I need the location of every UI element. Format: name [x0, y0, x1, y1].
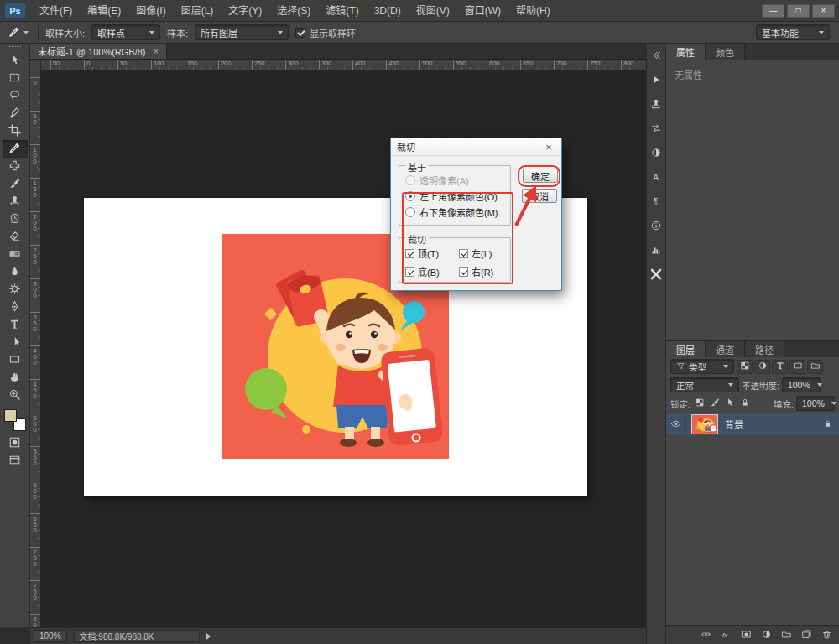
horizontal-ruler[interactable]: 50 0 50 100 150 200 250 300 350 [41, 60, 646, 70]
trim-side-checkbox[interactable]: 右(R) [459, 265, 509, 278]
opacity-field[interactable]: 100% [782, 377, 821, 392]
filter-smart-icon[interactable] [807, 360, 823, 374]
new-group-icon[interactable] [777, 628, 795, 643]
show-sampling-ring-checkbox[interactable]: 显示取样环 [295, 26, 356, 39]
lock-transparent-icon[interactable] [693, 397, 707, 410]
menu-item[interactable]: 图像(I) [128, 0, 173, 22]
lock-all-icon[interactable] [738, 397, 753, 410]
zoom-tool[interactable] [3, 387, 28, 404]
histogram-panel-icon[interactable] [648, 242, 664, 259]
shape-tool[interactable] [3, 351, 28, 369]
trim-side-checkbox[interactable]: 底(B) [405, 265, 459, 278]
menu-item[interactable]: 选择(S) [269, 0, 318, 22]
quick-mask-tool[interactable] [3, 434, 28, 452]
maximize-button[interactable]: □ [787, 4, 810, 18]
status-menu-arrow-icon[interactable] [206, 633, 211, 640]
brush-tool[interactable] [3, 175, 28, 193]
sample-size-select[interactable]: 取样点 [91, 24, 160, 40]
menu-item[interactable]: 图层(L) [174, 0, 221, 22]
based-on-radio-option[interactable]: 右下角像素颜色(M) [399, 205, 510, 220]
minimize-button[interactable]: — [762, 4, 784, 18]
info-panel-icon[interactable] [648, 218, 664, 235]
menu-item[interactable]: 文件(F) [32, 0, 80, 22]
filter-type-icon[interactable] [772, 360, 788, 374]
panel-tab[interactable]: 图层 [666, 341, 706, 357]
actions-panel-icon[interactable] [648, 72, 664, 89]
vertical-ruler[interactable]: 0 50 100 150 200 250 300 350 400 [30, 70, 41, 627]
based-on-radio-option[interactable]: 透明像素(A) [399, 173, 510, 188]
zoom-level-field[interactable]: 100% [34, 630, 67, 642]
layer-filter-select[interactable]: 类型 [670, 359, 734, 374]
filter-adjustment-icon[interactable] [754, 360, 770, 374]
document-tab[interactable]: 未标题-1 @ 100%(RGB/8) × [30, 44, 167, 59]
path-select-tool[interactable] [3, 334, 28, 351]
adjustment-layer-icon[interactable] [757, 628, 775, 643]
adjustments-panel-icon[interactable] [648, 145, 664, 162]
trim-side-checkbox[interactable]: 左(L) [459, 247, 509, 260]
lock-position-icon[interactable] [723, 397, 737, 410]
history-brush-tool[interactable] [3, 210, 28, 228]
layer-style-icon[interactable]: fx [717, 628, 735, 643]
add-mask-icon[interactable] [737, 628, 755, 643]
filter-pixel-icon[interactable] [737, 360, 753, 374]
close-tool-icon[interactable] [648, 267, 664, 283]
lasso-tool[interactable] [3, 87, 28, 105]
panel-tab[interactable]: 颜色 [706, 44, 745, 60]
marquee-tool[interactable] [3, 70, 28, 87]
character-panel-icon[interactable]: A [648, 169, 664, 186]
panel-tab[interactable]: 路径 [745, 341, 784, 357]
new-layer-icon[interactable] [797, 628, 816, 643]
delete-layer-icon[interactable] [817, 628, 836, 643]
panel-tab[interactable]: 通道 [706, 341, 745, 357]
layer-name[interactable]: 背景 [725, 418, 743, 431]
foreground-color-swatch[interactable] [4, 409, 17, 422]
trim-dialog-titlebar[interactable]: 裁切 × [391, 138, 561, 156]
quick-select-tool[interactable] [3, 105, 28, 122]
paragraph-panel-icon[interactable]: ¶ [648, 194, 664, 210]
based-on-radio-option[interactable]: 左上角像素颜色(O) [399, 189, 510, 204]
blend-mode-select[interactable]: 正常 [670, 377, 739, 392]
layer-row[interactable]: 背景 [666, 413, 839, 435]
menu-item[interactable]: 编辑(E) [80, 0, 128, 22]
healing-tool[interactable] [3, 158, 28, 175]
dodge-tool[interactable] [3, 281, 28, 299]
sample-layers-select[interactable]: 所有图层 [195, 24, 289, 40]
link-layers-icon[interactable] [696, 628, 715, 643]
lock-pixels-icon[interactable] [708, 397, 722, 410]
layer-thumbnail[interactable] [691, 414, 718, 434]
cancel-button[interactable]: 取消 [522, 189, 557, 203]
eyedropper-tool[interactable] [3, 140, 28, 158]
menu-item[interactable]: 帮助(H) [508, 0, 558, 22]
collapse-panels-icon[interactable] [648, 48, 664, 65]
menu-item[interactable]: 视图(V) [409, 0, 457, 22]
swap-arrows-icon[interactable] [648, 121, 664, 138]
menu-item[interactable]: 滤镜(T) [318, 0, 366, 22]
blur-tool[interactable] [3, 263, 28, 281]
panel-grip[interactable] [9, 46, 21, 49]
color-swatches[interactable] [4, 409, 26, 431]
clone-stamp-tool[interactable] [3, 193, 28, 210]
eraser-tool[interactable] [3, 228, 28, 246]
tool-preset-button[interactable] [6, 25, 31, 40]
hand-tool[interactable] [3, 369, 28, 387]
filter-shape-icon[interactable] [789, 360, 805, 374]
pen-tool[interactable] [3, 299, 28, 316]
move-tool[interactable] [3, 52, 28, 70]
crop-tool[interactable] [3, 122, 28, 140]
ok-button[interactable]: 确定 [523, 169, 558, 183]
clone-source-panel-icon[interactable] [648, 96, 664, 113]
close-button[interactable]: × [812, 4, 835, 18]
type-tool[interactable] [3, 316, 28, 334]
menu-item[interactable]: 窗口(W) [457, 0, 508, 22]
fill-field[interactable]: 100% [796, 396, 835, 411]
dialog-close-button[interactable]: × [542, 142, 555, 153]
panel-tab[interactable]: 属性 [666, 44, 706, 60]
menu-item[interactable]: 文字(Y) [221, 0, 269, 22]
menu-item[interactable]: 3D(D) [367, 0, 409, 22]
workspace-select[interactable]: 基本功能 [756, 24, 830, 40]
layer-visibility-toggle[interactable] [666, 413, 686, 435]
screen-mode-tool[interactable] [3, 452, 28, 470]
gradient-tool[interactable] [3, 246, 28, 263]
trim-side-checkbox[interactable]: 顶(T) [405, 247, 459, 260]
document-tab-close-icon[interactable]: × [154, 46, 159, 56]
